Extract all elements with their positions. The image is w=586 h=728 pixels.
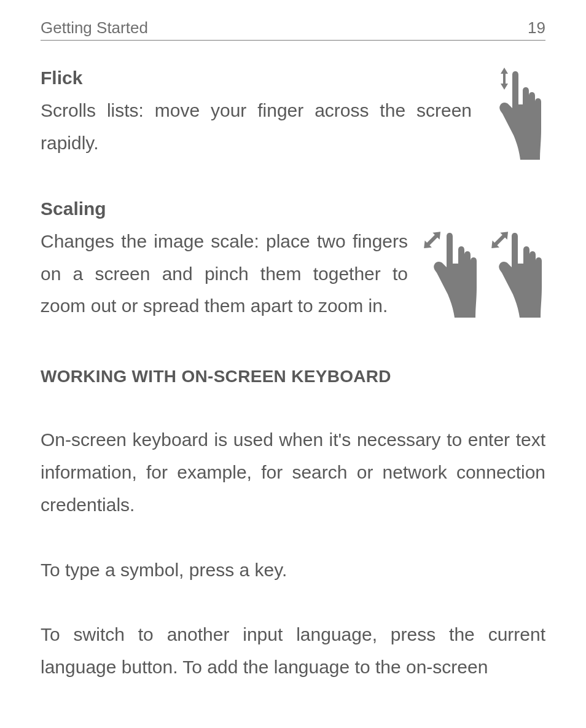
paragraph-1: On-screen keyboard is used when it's nec… [41,423,545,522]
gesture-flick-block: Flick Scrolls lists: move your finger ac… [41,68,545,163]
manual-page: Getting Started 19 Flick Scrolls lists: … [0,0,586,728]
page-number: 19 [528,18,545,37]
running-head: Getting Started 19 [41,18,545,41]
gesture-flick-body: Scrolls lists: move your finger across t… [41,95,472,159]
pinch-hands-icon [423,227,545,319]
paragraph-2: To type a symbol, press a key. [41,554,545,586]
gesture-flick-heading: Flick [41,68,472,88]
gesture-scaling-block: Scaling Changes the image scale: place t… [41,198,545,323]
gesture-scaling-body: Changes the image scale: place two finge… [41,225,408,323]
paragraph-3: To switch to another input language, pre… [41,618,545,684]
flick-hand-icon [493,68,542,163]
section-title-keyboard: WORKING WITH ON-SCREEN KEYBOARD [41,367,545,386]
chapter-title: Getting Started [41,18,148,37]
gesture-scaling-heading: Scaling [41,198,408,219]
